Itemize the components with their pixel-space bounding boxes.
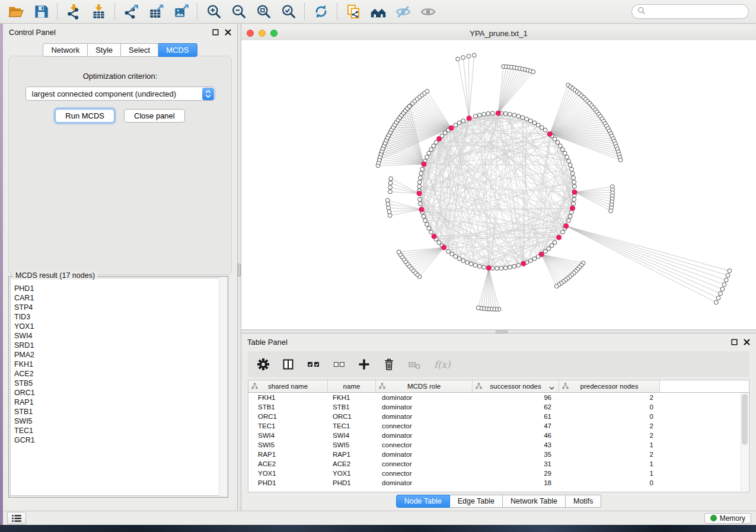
show-all-icon[interactable] [416, 2, 441, 22]
mcds-result-item[interactable]: ORC1 [11, 388, 226, 398]
table-tabs: Node TableEdge TableNetwork TableMotifs [241, 495, 756, 508]
mcds-result-item[interactable]: CAR1 [11, 293, 226, 303]
mcds-result-item[interactable]: SWI4 [11, 331, 226, 341]
mcds-result-item[interactable]: ACE2 [11, 369, 226, 379]
table-row[interactable]: TEC1TEC1connector472 [248, 421, 749, 431]
tab-select[interactable]: Select [121, 43, 158, 57]
mcds-result-item[interactable]: FKH1 [11, 360, 226, 369]
column-header-name[interactable]: name [328, 380, 376, 392]
mcds-result-item[interactable]: STP4 [11, 303, 226, 312]
cell: 0 [559, 479, 660, 486]
delete-icon[interactable] [382, 357, 396, 371]
mcds-list-scrollbar[interactable] [219, 277, 227, 496]
cell: dominator [376, 403, 473, 411]
tab-mcds[interactable]: MCDS [158, 43, 197, 57]
close-table-panel-icon[interactable] [744, 339, 750, 345]
table-row[interactable]: SWI5SWI5connector431 [248, 440, 749, 450]
mcds-result-item[interactable]: RAP1 [11, 398, 226, 407]
memory-button[interactable]: Memory [704, 513, 751, 524]
close-panel-icon[interactable] [225, 29, 231, 36]
control-panel-title: Control Panel [9, 28, 56, 37]
search-input[interactable] [649, 7, 748, 17]
mcds-result-item[interactable]: TID3 [11, 312, 226, 322]
show-columns-icon[interactable] [281, 357, 295, 371]
select-all-icon[interactable] [306, 357, 321, 371]
deselect-all-icon[interactable] [332, 357, 346, 371]
mcds-result-item[interactable]: STB5 [11, 379, 226, 388]
close-window-icon[interactable] [247, 30, 254, 37]
vertical-splitter-handle[interactable] [238, 264, 241, 277]
zoom-out-icon[interactable] [226, 2, 251, 22]
table-row[interactable]: RAP1RAP1dominator352 [248, 450, 749, 459]
table-row[interactable]: STB1STB1dominator620 [248, 402, 749, 412]
mcds-result-item[interactable]: STB1 [11, 407, 226, 416]
table-row[interactable]: YOX1YOX1connector291 [248, 469, 749, 478]
first-neighbors-icon[interactable] [366, 2, 391, 22]
mcds-result-item[interactable]: PMA2 [11, 350, 226, 360]
table-row[interactable]: SWI4SWI4dominator462 [248, 431, 749, 440]
save-icon[interactable] [28, 2, 53, 22]
network-canvas[interactable] [241, 40, 756, 329]
table-row[interactable]: ACE2ACE2connector311 [248, 459, 749, 469]
duplicate-network-icon[interactable] [341, 2, 366, 22]
mcds-result-item[interactable]: PHD1 [11, 284, 226, 293]
float-table-panel-icon[interactable] [731, 339, 738, 345]
close-panel-button[interactable]: Close panel [124, 109, 185, 123]
network-window-titlebar[interactable]: YPA_prune.txt_1 [241, 26, 756, 41]
column-header-MCDS-role[interactable]: MCDS role [376, 380, 473, 392]
control-panel: Control Panel NetworkStyleSelectMCDS Opt… [3, 24, 237, 511]
open-folder-icon[interactable] [4, 2, 28, 22]
horizontal-splitter[interactable] [241, 329, 756, 334]
table-scrollbar-thumb[interactable] [742, 394, 748, 445]
cell: SWI4 [328, 432, 376, 439]
float-panel-icon[interactable] [212, 29, 219, 36]
mcds-result-item[interactable]: SWI5 [11, 416, 226, 426]
tab-motifs[interactable]: Motifs [566, 495, 601, 508]
mcds-result-item[interactable]: TEC1 [11, 426, 226, 435]
mcds-result-list[interactable]: PHD1CAR1STP4TID3YOX1SWI4SRD1PMA2FKH1ACE2… [10, 278, 227, 496]
minimize-window-icon[interactable] [259, 30, 266, 37]
cell: dominator [376, 394, 473, 401]
node-table[interactable]: shared namenameMCDS rolesuccessor nodesp… [248, 380, 749, 492]
column-type-icon [476, 383, 482, 390]
export-table-icon[interactable] [143, 2, 168, 22]
table-scrollbar[interactable] [741, 393, 748, 491]
vertical-splitter[interactable] [237, 24, 241, 511]
network-graph[interactable] [241, 40, 756, 329]
tab-edge-table[interactable]: Edge Table [450, 495, 503, 508]
add-icon[interactable] [357, 357, 371, 371]
tab-style[interactable]: Style [88, 43, 121, 57]
cell: ORC1 [328, 413, 376, 420]
criterion-select[interactable]: largest connected component (undirected) [25, 86, 215, 101]
export-image-icon[interactable] [168, 2, 193, 22]
zoom-fit-icon[interactable] [251, 2, 276, 22]
import-table-icon[interactable] [86, 2, 111, 22]
mcds-result-item[interactable]: YOX1 [11, 322, 226, 331]
function-builder-icon: f(x) [433, 357, 455, 371]
zoom-selected-icon[interactable] [276, 2, 301, 22]
tab-network[interactable]: Network [43, 43, 88, 57]
refresh-icon[interactable] [308, 2, 333, 22]
column-header-predecessor-nodes[interactable]: predecessor nodes [559, 380, 660, 392]
settings-icon[interactable] [256, 357, 270, 371]
import-network-icon[interactable] [61, 2, 86, 22]
task-history-button[interactable] [7, 512, 26, 524]
zoom-window-icon[interactable] [270, 30, 277, 37]
mcds-result-item[interactable]: GCR1 [11, 435, 226, 445]
column-header-successor-nodes[interactable]: successor nodes [473, 380, 559, 392]
table-row[interactable]: ORC1ORC1dominator610 [248, 412, 749, 421]
tab-node-table[interactable]: Node Table [396, 495, 450, 508]
table-row[interactable]: PHD1PHD1dominator180 [248, 478, 749, 488]
column-header-shared-name[interactable]: shared name [248, 380, 328, 392]
zoom-in-icon[interactable] [201, 2, 226, 22]
table-row[interactable]: FKH1FKH1dominator962 [248, 393, 749, 402]
run-mcds-button[interactable]: Run MCDS [55, 109, 114, 123]
cell: 0 [559, 413, 660, 420]
tab-network-table[interactable]: Network Table [503, 495, 566, 508]
mcds-result-group: MCDS result (17 nodes) PHD1CAR1STP4TID3Y… [8, 276, 228, 498]
mcds-result-item[interactable]: SRD1 [11, 341, 226, 350]
cell: ACE2 [328, 460, 376, 467]
hide-selected-icon[interactable] [391, 2, 416, 22]
export-network-icon[interactable] [119, 2, 143, 22]
search-box[interactable] [631, 4, 749, 19]
